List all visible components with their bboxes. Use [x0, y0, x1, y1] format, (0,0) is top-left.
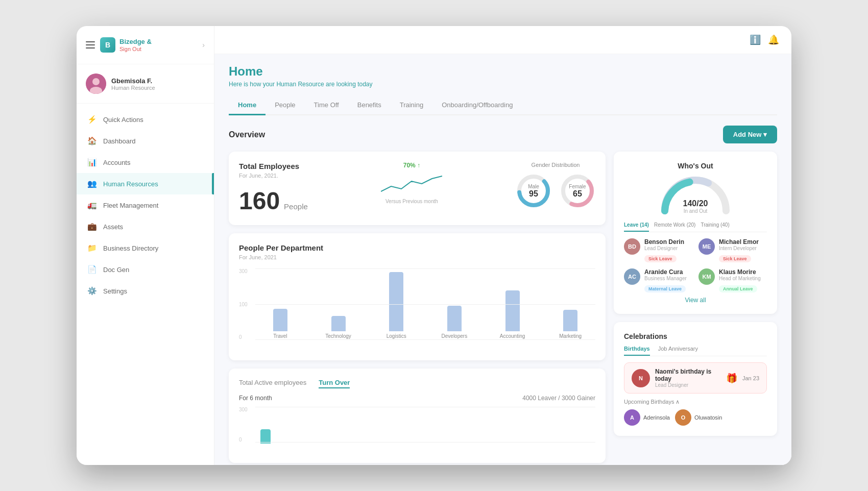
sidebar-item-doc-gen[interactable]: 📄 Doc Gen: [77, 259, 214, 280]
tab-job-anniversary[interactable]: Job Anniversary: [658, 346, 698, 356]
expand-sidebar-icon[interactable]: ›: [202, 41, 205, 49]
bar-developers: Developers: [429, 306, 479, 339]
male-label: Male: [528, 184, 539, 189]
settings-icon: ⚙️: [87, 286, 97, 296]
male-count: 95: [528, 189, 539, 199]
tab-training[interactable]: Training (40): [701, 222, 729, 232]
upcoming-aderinsola: A Aderinsola: [624, 409, 670, 426]
whos-out-card: Who's Out 140/20 In and Out: [614, 152, 777, 314]
quick-actions-icon: ⚡: [87, 115, 97, 124]
person-name: Benson Derin: [644, 238, 692, 245]
top-bar: ℹ️ 🔔: [214, 26, 791, 54]
content-area: Home Here is how your Human Resource are…: [214, 54, 791, 465]
person-info: Michael Emor Intern Developer Sick Leave: [719, 238, 767, 262]
person-badge: Maternal Leave: [644, 285, 686, 292]
gift-icon: 🎁: [726, 373, 737, 384]
sidebar-item-fleet-management[interactable]: 🚛 Fleet Management: [77, 194, 214, 216]
sidebar-item-human-resources[interactable]: 👥 Human Resources: [77, 173, 214, 194]
female-count: 65: [569, 189, 586, 199]
birthday-highlight: N Naomi's birthday is today Lead Designe…: [624, 362, 767, 394]
human-resources-icon: 👥: [87, 179, 97, 188]
person-avatar: KM: [698, 268, 715, 285]
person-role: Business Manager: [644, 276, 692, 281]
assets-icon: 💼: [87, 222, 97, 231]
tab-birthdays[interactable]: Birthdays: [624, 346, 650, 356]
right-column: Who's Out 140/20 In and Out: [614, 152, 777, 463]
bar-logistics: Logistics: [371, 272, 421, 339]
total-employees-title: Total Employees: [239, 162, 308, 170]
dept-card: People Per Department For June, 2021 300…: [229, 233, 606, 360]
sidebar-item-business-directory[interactable]: 📁 Business Directory: [77, 237, 214, 259]
sidebar-item-assets[interactable]: 💼 Assets: [77, 216, 214, 237]
sidebar-item-dashboard[interactable]: 🏠 Dashboard: [77, 130, 214, 152]
bday-name: Naomi's birthday is today: [655, 368, 721, 382]
person-name: Aranide Cura: [644, 268, 692, 276]
tab-training[interactable]: Training: [391, 96, 432, 115]
doc-gen-icon: 📄: [87, 265, 97, 274]
turnover-chart: 300 0: [239, 407, 595, 453]
dept-subtitle: For June, 2021: [239, 254, 595, 260]
sidebar-item-label: Doc Gen: [103, 266, 129, 274]
turnover-period: For 6 month: [239, 395, 272, 402]
tab-leave[interactable]: Leave (14): [624, 222, 649, 232]
vs-prev-label: Versus Previous month: [323, 199, 500, 204]
person-name: Klaus Morire: [719, 268, 767, 276]
tab-home[interactable]: Home: [229, 96, 266, 115]
person-avatar: ME: [698, 238, 715, 255]
tab-benefits[interactable]: Benefits: [348, 96, 391, 115]
sidebar-item-settings[interactable]: ⚙️ Settings: [77, 280, 214, 302]
info-icon[interactable]: ℹ️: [750, 34, 761, 45]
tab-onboarding[interactable]: Onboarding/Offboarding: [432, 96, 522, 115]
sidebar-item-label: Accounts: [103, 159, 130, 166]
female-label: Female: [569, 184, 586, 189]
nav-section: ⚡ Quick Actions 🏠 Dashboard 📊 Accounts 👥…: [77, 104, 214, 465]
sidebar-item-accounts[interactable]: 📊 Accounts: [77, 152, 214, 173]
svg-point-1: [92, 78, 100, 85]
turnover-tab[interactable]: Turn Over: [319, 379, 350, 388]
percentage-label: 70% ↑: [323, 162, 500, 169]
celebrations-card: Celebrations Birthdays Job Anniversary N…: [614, 322, 777, 436]
add-new-button[interactable]: Add New ▾: [723, 126, 777, 143]
sidebar-item-quick-actions[interactable]: ⚡ Quick Actions: [77, 109, 214, 130]
semi-donut-area: 140/20 In and Out: [624, 175, 767, 216]
hamburger-icon[interactable]: [86, 41, 95, 48]
active-employees-tab[interactable]: Total Active employees: [239, 379, 306, 388]
view-all-link[interactable]: View all: [624, 297, 767, 304]
person-badge: Sick Leave: [719, 255, 751, 262]
tab-remote[interactable]: Remote Work (20): [654, 222, 696, 232]
sidebar: B Bizedge & Sign Out › Gbemisola F. Huma…: [77, 26, 214, 465]
gender-title: Gender Distribution: [516, 162, 595, 168]
person-role: Intern Developer: [719, 245, 767, 251]
bday-info: Naomi's birthday is today Lead Designer: [655, 368, 721, 388]
user-name: Gbemisola F.: [111, 77, 155, 85]
turnover-tabs: Total Active employees Turn Over: [239, 379, 595, 388]
out-count: 20: [699, 199, 708, 208]
left-column: Total Employees For June, 2021. 160 Peop…: [229, 152, 606, 463]
sidebar-header: B Bizedge & Sign Out ›: [77, 26, 214, 64]
overview-title: Overview: [229, 130, 265, 139]
female-gender: Female 65: [560, 173, 595, 211]
person-klaus: KM Klaus Morire Head of Marketing Annual…: [698, 268, 767, 292]
gender-distribution: Gender Distribution: [516, 162, 595, 211]
sidebar-item-label: Quick Actions: [103, 116, 143, 124]
page-subtitle: Here is how your Human Resource are look…: [229, 81, 777, 88]
bar-travel: Travel: [255, 309, 305, 339]
dashboard-grid: Total Employees For June, 2021. 160 Peop…: [229, 152, 777, 463]
logo-icon: B: [100, 37, 115, 53]
tab-time-off[interactable]: Time Off: [305, 96, 348, 115]
person-avatar: BD: [624, 238, 640, 255]
person-aranide: AC Aranide Cura Business Manager Materna…: [624, 268, 692, 292]
logo-sub[interactable]: Sign Out: [119, 46, 152, 52]
bday-role: Lead Designer: [655, 382, 721, 388]
dashboard-icon: 🏠: [87, 136, 97, 145]
turnover-stats: 4000 Leaver / 3000 Gainer: [522, 395, 595, 402]
fleet-icon: 🚛: [87, 201, 97, 210]
person-role: Lead Designer: [644, 245, 692, 251]
male-gender: Male 95: [516, 173, 551, 211]
bday-avatar: N: [632, 369, 650, 387]
bday-date: Jan 23: [742, 375, 759, 381]
user-role: Human Resource: [111, 85, 155, 91]
notification-icon[interactable]: 🔔: [768, 34, 779, 45]
tab-people[interactable]: People: [266, 96, 304, 115]
upcoming-label: Upcoming Birthdays ∧: [624, 399, 767, 405]
